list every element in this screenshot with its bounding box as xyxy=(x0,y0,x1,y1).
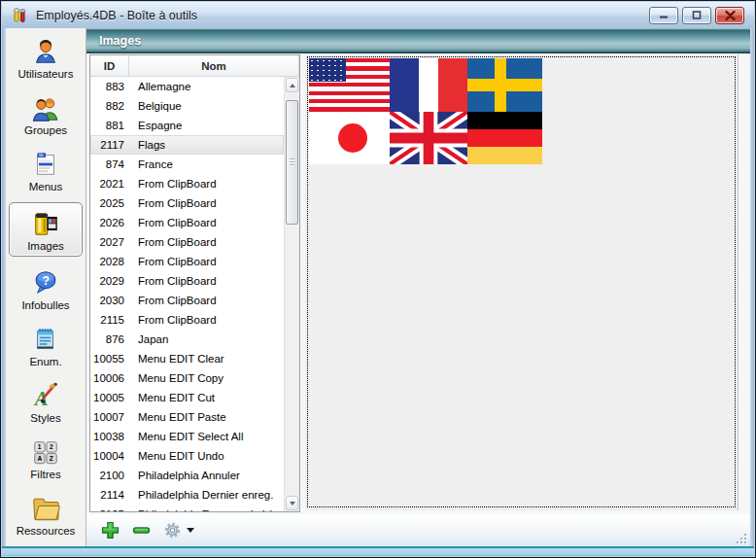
sidebar-item-ressources[interactable]: Ressources xyxy=(9,490,83,539)
cell-nom: Menu EDIT Undo xyxy=(131,450,284,462)
users-group-icon xyxy=(30,91,61,122)
table-row[interactable]: 2027From ClipBoard xyxy=(90,232,284,252)
table-row[interactable]: 2021From ClipBoard xyxy=(90,174,284,193)
table-row[interactable]: 882Belgique xyxy=(90,96,284,116)
flag-japan xyxy=(309,112,390,164)
cell-nom: From ClipBoard xyxy=(131,236,284,248)
cell-id: 10006 xyxy=(90,372,131,384)
table-row[interactable]: 2100Philadelphia Annuler xyxy=(90,466,284,485)
cell-nom: Menu EDIT Select All xyxy=(131,431,284,442)
cell-nom: Philadelphia Annuler xyxy=(131,470,284,481)
table-row[interactable]: 2030From ClipBoard xyxy=(90,291,284,310)
table-row[interactable]: 10038Menu EDIT Select All xyxy=(90,427,284,446)
window-frame-right xyxy=(750,28,754,546)
add-button[interactable] xyxy=(101,521,120,540)
cell-nom: Menu EDIT Paste xyxy=(131,411,284,423)
table-row[interactable]: 2026From ClipBoard xyxy=(90,213,284,232)
cell-nom: Menu EDIT Copy xyxy=(131,372,284,384)
list-rows-viewport: 883Allemagne882Belgique881Espagne2117Fla… xyxy=(90,77,284,511)
column-header-nom[interactable]: Nom xyxy=(129,55,299,76)
sidebar-item-utilisateurs[interactable]: Utilisateurs xyxy=(9,33,83,82)
minimize-button[interactable] xyxy=(649,7,678,24)
table-row[interactable]: 881Espagne xyxy=(90,116,284,135)
toolbox-icon xyxy=(12,7,29,24)
cell-id: 2029 xyxy=(90,275,131,287)
cell-nom: Menu EDIT Clear xyxy=(131,353,284,365)
cell-nom: Allemagne xyxy=(131,81,284,92)
scrollbar-thumb[interactable] xyxy=(286,100,298,225)
cell-nom: Flags xyxy=(131,139,284,151)
titlebar[interactable]: Employés.4DB - Boîte à outils xyxy=(2,2,754,28)
cell-id: 874 xyxy=(90,158,131,170)
table-row[interactable]: 876Japan xyxy=(90,330,284,349)
sidebar-item-label: Groupes xyxy=(24,124,67,137)
table-row[interactable]: 2028From ClipBoard xyxy=(90,252,284,271)
cell-nom: Japan xyxy=(131,333,284,345)
cell-id: 2117 xyxy=(90,139,131,151)
flag-uk xyxy=(390,112,467,164)
app-window: Employés.4DB - Boîte à outils Utilisateu… xyxy=(0,0,756,558)
cell-id: 2114 xyxy=(90,489,131,501)
cell-id: 2100 xyxy=(90,470,131,481)
cell-id: 2115 xyxy=(90,314,131,326)
sidebar-item-infobulles[interactable]: ?Infobulles xyxy=(9,264,83,313)
cell-nom: Espagne xyxy=(131,120,284,131)
svg-text:Mb: Mb xyxy=(39,154,44,157)
svg-text:?: ? xyxy=(42,274,49,288)
tooltip-bubble-icon: ? xyxy=(31,266,60,297)
table-row[interactable]: 10006Menu EDIT Copy xyxy=(90,368,284,388)
sidebar-item-styles[interactable]: AStyles xyxy=(9,377,83,426)
cell-nom: From ClipBoard xyxy=(131,314,284,326)
cell-id: 2025 xyxy=(90,197,131,209)
sidebar-item-groupes[interactable]: Groupes xyxy=(9,89,83,138)
column-header-id[interactable]: ID xyxy=(90,55,129,76)
selection-marquee xyxy=(307,56,736,507)
cell-nom: Philadelphia Enreg. précéd. xyxy=(131,508,284,511)
table-row[interactable]: 2029From ClipBoard xyxy=(90,271,284,291)
sidebar-item-images[interactable]: Images xyxy=(9,202,83,257)
cell-id: 10038 xyxy=(90,431,131,442)
list-scrollbar[interactable] xyxy=(284,77,299,511)
sidebar-item-label: Styles xyxy=(30,412,60,425)
scroll-up-button[interactable] xyxy=(286,78,298,92)
list-toolbar xyxy=(86,514,750,546)
cell-nom: From ClipBoard xyxy=(131,197,284,209)
table-row[interactable]: 2025From ClipBoard xyxy=(90,193,284,213)
table-row[interactable]: 10055Menu EDIT Clear xyxy=(90,349,284,368)
sidebar-item-filtres[interactable]: 12AZFiltres xyxy=(9,434,83,482)
table-row[interactable]: 2117Flags xyxy=(90,135,284,155)
sidebar-item-menus[interactable]: MbMenus xyxy=(9,146,83,194)
sidebar-item-label: Infobulles xyxy=(21,299,69,312)
table-row[interactable]: 10007Menu EDIT Paste xyxy=(90,407,284,427)
cell-id: 881 xyxy=(90,120,131,131)
table-row[interactable]: 2115From ClipBoard xyxy=(90,310,284,330)
panel-header: Images xyxy=(86,28,750,53)
table-row[interactable]: 2114Philadelphia Dernier enreg. xyxy=(90,485,284,505)
sidebar-item-label: Ressources xyxy=(17,525,76,538)
resize-grip[interactable] xyxy=(735,532,746,543)
window-frame-bottom xyxy=(2,546,754,556)
close-button[interactable] xyxy=(715,7,744,24)
cell-id: 2105 xyxy=(90,508,131,511)
table-row[interactable]: 2105Philadelphia Enreg. précéd. xyxy=(90,505,284,511)
scroll-down-button[interactable] xyxy=(286,496,298,510)
paintbrush-letter-icon: A xyxy=(31,379,60,410)
settings-button[interactable] xyxy=(163,521,194,540)
svg-text:A: A xyxy=(33,388,49,409)
maximize-button[interactable] xyxy=(682,7,711,24)
page-title: Images xyxy=(99,34,141,48)
remove-button[interactable] xyxy=(132,521,151,540)
table-row[interactable]: 10005Menu EDIT Cut xyxy=(90,388,284,407)
table-row[interactable]: 10004Menu EDIT Undo xyxy=(90,446,284,466)
minus-icon xyxy=(132,521,151,540)
sidebar-item-enum[interactable]: Enum. xyxy=(9,321,83,369)
cell-nom: From ClipBoard xyxy=(131,217,284,228)
cell-id: 2027 xyxy=(90,236,131,248)
flag-france xyxy=(390,58,467,112)
sidebar-items: UtilisateursGroupesMbMenusImages?Infobul… xyxy=(9,33,83,546)
svg-text:Z: Z xyxy=(50,455,53,462)
table-row[interactable]: 874France xyxy=(90,155,284,174)
flags-image[interactable] xyxy=(309,58,542,164)
table-row[interactable]: 883Allemagne xyxy=(90,77,284,96)
cell-id: 882 xyxy=(90,100,131,112)
